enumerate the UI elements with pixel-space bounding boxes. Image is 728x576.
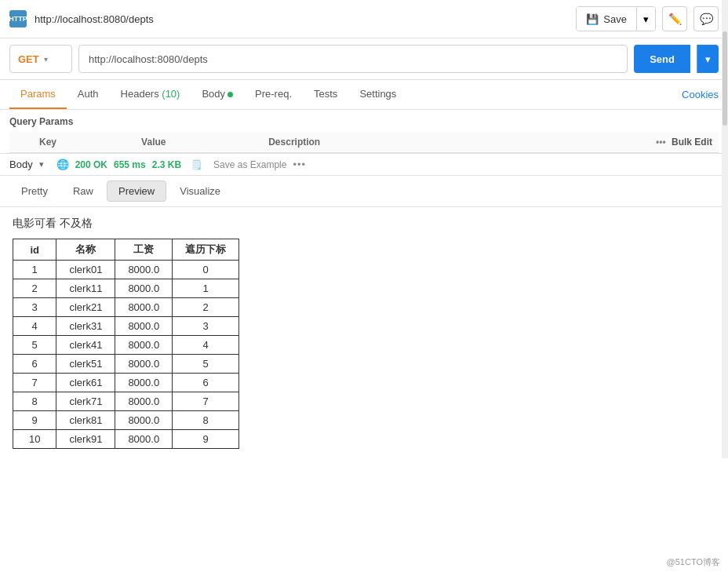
body-dropdown-caret[interactable]: ▾ xyxy=(39,159,44,170)
url-input[interactable] xyxy=(78,45,628,73)
table-cell: clerk61 xyxy=(56,374,115,392)
params-table: Key Value Description ••• Bulk Edit xyxy=(9,132,719,153)
data-table: id名称工资遮历下标 1clerk018000.002clerk118000.0… xyxy=(13,239,239,449)
save-dropdown-caret[interactable]: ▾ xyxy=(636,7,655,31)
table-header: 名称 xyxy=(56,239,115,261)
tab-body[interactable]: Body xyxy=(191,80,244,109)
table-header: 遮历下标 xyxy=(173,239,239,261)
col-value: Value xyxy=(135,132,262,153)
table-cell: 4 xyxy=(173,336,239,355)
table-cell: clerk51 xyxy=(56,355,115,374)
resp-tab-visualize[interactable]: Visualize xyxy=(168,180,232,202)
resp-tab-preview[interactable]: Preview xyxy=(107,180,166,202)
save-icon: 💾 xyxy=(586,13,599,25)
send-button[interactable]: Send xyxy=(634,45,690,73)
method-value: GET xyxy=(18,53,39,65)
table-cell: 8000.0 xyxy=(115,336,173,355)
table-cell: 8000.0 xyxy=(115,430,173,449)
cookies-link[interactable]: Cookies xyxy=(682,89,719,100)
table-cell: 8000.0 xyxy=(115,355,173,374)
table-row: 5clerk418000.04 xyxy=(13,336,239,355)
preview-title: 电影可看 不及格 xyxy=(13,217,715,231)
query-params-section: Query Params Key Value Description ••• B… xyxy=(0,110,728,153)
table-cell: clerk11 xyxy=(56,279,115,298)
method-selector[interactable]: GET ▾ xyxy=(9,45,72,73)
globe-icon: 🌐 xyxy=(56,159,69,170)
table-cell: 2 xyxy=(173,298,239,317)
table-cell: 8000.0 xyxy=(115,411,173,430)
tab-tests[interactable]: Tests xyxy=(303,80,348,109)
table-header: 工资 xyxy=(115,239,173,261)
method-caret: ▾ xyxy=(44,55,48,64)
table-row: 10clerk918000.09 xyxy=(13,430,239,449)
tab-settings[interactable]: Settings xyxy=(348,80,407,109)
table-cell: 0 xyxy=(173,261,239,279)
tab-params[interactable]: Params xyxy=(9,80,67,109)
col-key: Key xyxy=(33,132,135,153)
tab-headers[interactable]: Headers (10) xyxy=(110,80,191,109)
table-row: 4clerk318000.03 xyxy=(13,317,239,336)
http-icon: HTTP xyxy=(9,10,27,27)
table-cell: 7 xyxy=(13,374,56,392)
table-cell: 6 xyxy=(173,374,239,392)
table-cell: clerk91 xyxy=(56,430,115,449)
table-cell: clerk01 xyxy=(56,261,115,279)
table-cell: 7 xyxy=(173,392,239,411)
table-cell: 8 xyxy=(13,392,56,411)
request-bar: GET ▾ Send ▾ xyxy=(0,38,728,80)
edit-button[interactable]: ✏️ xyxy=(662,6,687,31)
table-row: 3clerk218000.02 xyxy=(13,298,239,317)
status-code: 200 OK xyxy=(75,159,107,170)
table-cell: 8000.0 xyxy=(115,261,173,279)
table-cell: clerk41 xyxy=(56,336,115,355)
scrollbar-track[interactable] xyxy=(722,0,728,458)
save-file-icon: 🗒️ xyxy=(191,159,202,170)
resp-tab-pretty[interactable]: Pretty xyxy=(9,180,60,202)
table-cell: clerk81 xyxy=(56,411,115,430)
preview-content: 电影可看 不及格 id名称工资遮历下标 1clerk018000.002cler… xyxy=(0,207,728,458)
table-row: 1clerk018000.00 xyxy=(13,261,239,279)
table-cell: 8000.0 xyxy=(115,374,173,392)
table-row: 7clerk618000.06 xyxy=(13,374,239,392)
col-description: Description xyxy=(262,132,482,153)
save-button[interactable]: 💾 Save xyxy=(577,7,636,31)
table-row: 6clerk518000.05 xyxy=(13,355,239,374)
query-params-label: Query Params xyxy=(9,116,719,127)
table-cell: 8000.0 xyxy=(115,298,173,317)
table-row: 8clerk718000.07 xyxy=(13,392,239,411)
table-cell: 8 xyxy=(173,411,239,430)
comment-button[interactable]: 💬 xyxy=(693,6,719,31)
response-time: 655 ms xyxy=(114,159,146,170)
response-bar: Body ▾ 🌐 200 OK 655 ms 2.3 KB 🗒️ Save as… xyxy=(0,153,728,176)
response-more-options[interactable]: ••• xyxy=(293,159,306,170)
request-tabs-bar: Params Auth Headers (10) Body Pre-req. T… xyxy=(0,80,728,110)
table-cell: 8000.0 xyxy=(115,279,173,298)
send-dropdown-caret[interactable]: ▾ xyxy=(697,45,719,73)
title-bar: HTTP http://localhost:8080/depts 💾 Save … xyxy=(0,0,728,38)
table-header: id xyxy=(13,239,56,261)
save-button-group[interactable]: 💾 Save ▾ xyxy=(576,6,656,31)
response-size: 2.3 KB xyxy=(152,159,181,170)
table-row: 2clerk118000.01 xyxy=(13,279,239,298)
table-cell: 10 xyxy=(13,430,56,449)
table-cell: clerk21 xyxy=(56,298,115,317)
save-example-button[interactable]: Save as Example xyxy=(213,159,286,170)
table-cell: 4 xyxy=(13,317,56,336)
table-cell: 8000.0 xyxy=(115,317,173,336)
table-cell: clerk31 xyxy=(56,317,115,336)
table-cell: 6 xyxy=(13,355,56,374)
title-url: http://localhost:8080/depts xyxy=(35,13,568,25)
table-cell: 2 xyxy=(13,279,56,298)
table-cell: 5 xyxy=(13,336,56,355)
tab-auth[interactable]: Auth xyxy=(67,80,110,109)
title-actions: 💾 Save ▾ ✏️ 💬 xyxy=(576,6,719,31)
resp-tab-raw[interactable]: Raw xyxy=(61,180,105,202)
response-tabs-bar: Pretty Raw Preview Visualize xyxy=(0,176,728,207)
table-cell: 5 xyxy=(173,355,239,374)
table-cell: 9 xyxy=(13,411,56,430)
table-cell: 3 xyxy=(173,317,239,336)
table-cell: clerk71 xyxy=(56,392,115,411)
scrollbar-thumb[interactable] xyxy=(723,31,727,126)
tab-prereq[interactable]: Pre-req. xyxy=(244,80,303,109)
col-bulk-edit: ••• Bulk Edit xyxy=(482,132,719,153)
